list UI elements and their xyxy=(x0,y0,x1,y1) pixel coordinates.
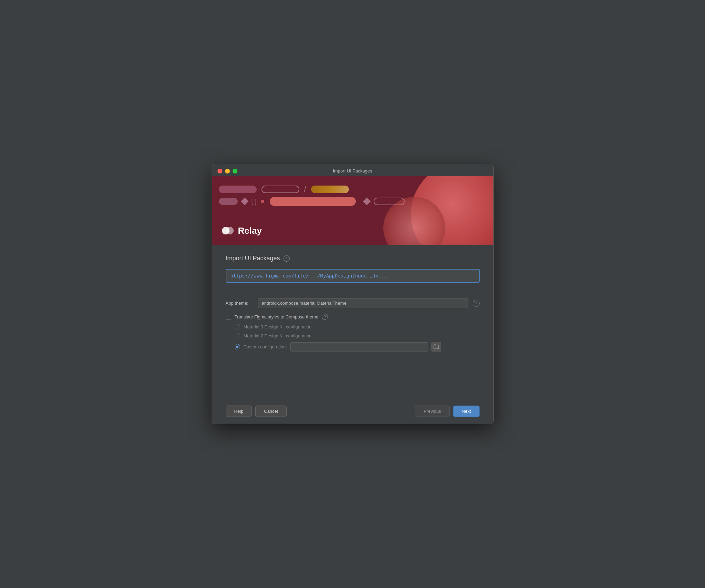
deco-pill-3 xyxy=(311,186,349,193)
footer-right: Previous Next xyxy=(415,406,479,417)
deco-bracket: [ ] xyxy=(252,198,257,205)
section-title-row: Import UI Packages ? xyxy=(226,255,480,262)
section-title-text: Import UI Packages xyxy=(226,255,280,262)
relay-name: Relay xyxy=(238,225,262,236)
minimize-button[interactable] xyxy=(225,169,230,174)
radio-material2[interactable] xyxy=(235,333,240,338)
next-button[interactable]: Next xyxy=(453,406,480,417)
custom-config-input[interactable] xyxy=(290,342,428,351)
radio-material3-label: Material 3 Design Kit configuration xyxy=(244,324,312,329)
folder-browse-button[interactable] xyxy=(431,342,441,351)
translate-checkbox-row: Translate Figma styles to Compose theme … xyxy=(226,314,480,320)
radio-custom-label: Custom configuration: xyxy=(244,344,287,349)
url-input-wrapper xyxy=(226,269,480,283)
previous-button[interactable]: Previous xyxy=(415,406,450,417)
relay-logo-icon xyxy=(222,224,234,237)
radio-custom-row: Custom configuration: xyxy=(235,342,480,351)
radio-material2-label: Material 2 Design Kit configuration xyxy=(244,333,312,338)
window-title: Import UI Packages xyxy=(333,168,372,174)
url-input[interactable] xyxy=(226,270,479,282)
deco-tag xyxy=(219,198,238,205)
deco-row1: / xyxy=(219,185,349,194)
deco-pill-outline2 xyxy=(374,198,405,205)
deco-pill-salmon xyxy=(270,197,356,206)
deco-diamond xyxy=(241,198,248,206)
deco-slash: / xyxy=(304,185,306,194)
divider xyxy=(226,291,480,291)
app-theme-label: App theme: xyxy=(226,301,253,306)
radio-group: Material 3 Design Kit configuration Mate… xyxy=(235,324,480,351)
deco-pill-2 xyxy=(261,186,299,193)
main-content: Import UI Packages ? App theme: ? Transl… xyxy=(212,245,493,358)
deco-row2: [ ] xyxy=(219,197,405,206)
deco-diamond2 xyxy=(363,198,371,206)
svg-point-1 xyxy=(226,227,234,234)
section-help-icon[interactable]: ? xyxy=(284,255,290,262)
translate-checkbox[interactable] xyxy=(226,314,231,319)
window: Import UI Packages / [ ] xyxy=(212,164,494,424)
radio-custom[interactable] xyxy=(235,344,240,349)
radio-material2-row: Material 2 Design Kit configuration xyxy=(235,333,480,338)
footer: Help Cancel Previous Next xyxy=(212,400,493,424)
traffic-lights xyxy=(217,169,237,174)
translate-help-icon[interactable]: ? xyxy=(322,314,328,320)
help-button[interactable]: Help xyxy=(226,406,252,417)
relay-logo: Relay xyxy=(222,224,262,237)
app-theme-help-icon[interactable]: ? xyxy=(473,300,480,307)
app-theme-input[interactable] xyxy=(258,298,468,308)
deco-pill-1 xyxy=(219,186,257,193)
radio-material3-row: Material 3 Design Kit configuration xyxy=(235,324,480,329)
app-theme-row: App theme: ? xyxy=(226,298,480,308)
title-bar: Import UI Packages xyxy=(212,164,493,176)
radio-material3[interactable] xyxy=(235,324,240,329)
close-button[interactable] xyxy=(217,169,222,174)
footer-left: Help Cancel xyxy=(226,406,287,417)
translate-label: Translate Figma styles to Compose theme xyxy=(235,314,319,319)
maximize-button[interactable] xyxy=(233,169,237,174)
cancel-button[interactable]: Cancel xyxy=(255,406,286,417)
deco-square xyxy=(261,200,264,203)
hero-banner: / [ ] Relay xyxy=(212,176,493,245)
folder-icon xyxy=(434,344,439,349)
